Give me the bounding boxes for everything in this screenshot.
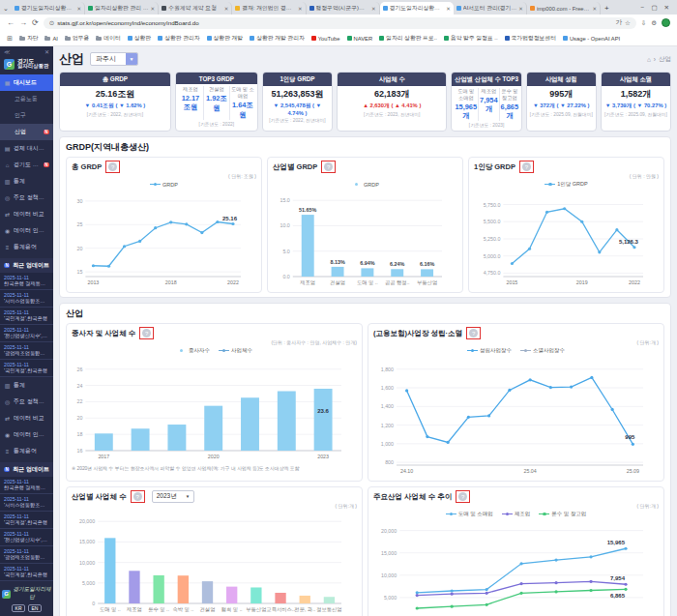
update-item[interactable]: 2025-11-11 '서비스업동향조사',통계청: [0, 290, 53, 308]
browser-tab[interactable]: AI서포터 관리(경기도일) ✕: [454, 2, 527, 15]
home-icon[interactable]: ⌂: [647, 56, 651, 63]
bookmark-item[interactable]: 음악 발주 일정표 ..: [444, 34, 498, 43]
sidebar-item[interactable]: ⇄ 데이터 비교: [0, 206, 53, 222]
apps-icon[interactable]: ⊞: [7, 35, 13, 43]
legend-item[interactable]: 제조업: [502, 511, 531, 517]
download-icon[interactable]: ⇩: [641, 19, 646, 27]
tab-close-icon[interactable]: ✕: [518, 6, 523, 12]
update-item[interactable]: 2025-11-11 '전산업생산지수',통계청: [0, 529, 53, 546]
sidebar-close-icon[interactable]: ✕: [44, 48, 49, 55]
sidebar-item[interactable]: ⇄ 데이터 비교: [0, 410, 53, 426]
close-window-icon[interactable]: ✕: [664, 4, 669, 12]
bookmark-star-icon[interactable]: ☆: [625, 19, 631, 27]
tab-close-icon[interactable]: ✕: [298, 6, 303, 12]
tune-icon[interactable]: ⊙: [49, 19, 54, 27]
legend-item[interactable]: 운수 및 창고업: [539, 511, 586, 517]
bookmark-item[interactable]: 상황판 개발 관리자: [250, 34, 305, 43]
sidebar-collapse-icon[interactable]: ≪: [4, 48, 10, 55]
sidebar-item[interactable]: 고용노동: [0, 91, 53, 107]
legend-item[interactable]: GRDP: [351, 182, 379, 188]
bookmark-item[interactable]: 일자리 상황판 프로..: [379, 34, 437, 43]
bookmark-item[interactable]: NAVER: [347, 36, 373, 42]
ei-chart[interactable]: 8001,0001,2001,4001,6001,80024.1025.0425…: [373, 355, 659, 478]
sidebar-item[interactable]: ▥ 통계: [0, 377, 53, 394]
grdp-per-capita-chart[interactable]: 4,750.05,000.05,250.05,500.05,750.020152…: [474, 189, 659, 289]
update-item[interactable]: 2025-11-11 '국민계정',한국은행: [0, 308, 53, 325]
reload-icon[interactable]: ⟳: [32, 18, 39, 27]
sidebar-item[interactable]: ≡ 통계용어: [0, 239, 53, 255]
update-item[interactable]: 2025-11-11 '국민계정',한국은행: [0, 564, 53, 581]
tab-close-icon[interactable]: ✕: [371, 6, 376, 12]
update-item[interactable]: 2025-11-11 '서비스업동향조사',통계청: [0, 494, 53, 512]
tab-close-icon[interactable]: ✕: [446, 6, 451, 12]
update-item[interactable]: 2025-11-11 '광업제조업동향조사',통계청: [0, 342, 53, 360]
bookmark-item[interactable]: AI: [44, 36, 57, 42]
help-icon[interactable]: ?: [522, 162, 531, 171]
sidebar-item[interactable]: ▦ 대시보드: [0, 74, 53, 91]
sidebar-item[interactable]: ◎ 주요 정책대상 규모: [0, 394, 53, 410]
sidebar-item[interactable]: ◎ 주요 정책대상 규모: [0, 190, 53, 206]
back-icon[interactable]: ←: [7, 18, 15, 27]
browser-tab[interactable]: 결재: 개인법인 경기도 ✕: [232, 2, 306, 15]
extensions-icon[interactable]: ⚙: [651, 19, 657, 27]
legend-item[interactable]: 종사자수: [176, 347, 210, 354]
bookmark-item[interactable]: Usage - OpenAI API: [563, 36, 620, 42]
legend-item[interactable]: 사업체수: [219, 347, 252, 354]
bookmark-item[interactable]: YouTube: [311, 36, 340, 42]
help-icon[interactable]: ?: [142, 329, 151, 337]
update-item[interactable]: 2025-11-11 한국은행 경제통계시스템(EC..: [0, 477, 53, 494]
tab-close-icon[interactable]: ✕: [76, 6, 81, 12]
browser-tab[interactable]: 경기도일자리상황판(경기 ✕: [12, 2, 85, 15]
update-item[interactable]: 2025-11-11 '광업제조업동향조사',통계청: [0, 546, 53, 564]
bookmark-item[interactable]: 상황판 관리자: [158, 34, 199, 43]
forward-icon[interactable]: →: [19, 18, 27, 27]
new-tab-button[interactable]: +: [604, 4, 609, 13]
sidebar-item[interactable]: ▥ 통계: [0, 173, 53, 190]
sidebar-item[interactable]: ◉ 데이터 인사이트: [0, 222, 53, 239]
update-item[interactable]: 2025-11-11 '국민계정',한국은행: [0, 512, 53, 529]
bookmark-item[interactable]: 국가법령정보센터: [505, 34, 556, 43]
bookmark-item[interactable]: 데이터: [96, 34, 120, 43]
sidebar-item[interactable]: ⌂ 경기도 산업단지 N: [0, 157, 53, 173]
help-icon[interactable]: ?: [324, 162, 333, 171]
bookmark-item[interactable]: 자단: [19, 34, 39, 43]
sidebar-item[interactable]: ▤ 경제 대시보드: [0, 140, 53, 157]
update-item[interactable]: 2025-11-11 '국민계정',한국은행: [0, 360, 53, 377]
app-logo[interactable]: G 경기도 일자리상황판: [0, 57, 53, 74]
bookmark-item[interactable]: 업무용: [65, 34, 89, 43]
help-icon[interactable]: ?: [458, 492, 467, 501]
legend-item[interactable]: GRDP: [150, 182, 178, 188]
tab-search-icon[interactable]: ⌄: [3, 5, 9, 13]
address-bar[interactable]: ⊙ stats.gjf.or.kr/open/economyInd/econom…: [44, 17, 636, 29]
tab-close-icon[interactable]: ✕: [224, 6, 229, 12]
tab-close-icon[interactable]: ✕: [593, 6, 598, 12]
update-item[interactable]: 2025-11-11 '전산업생산지수',통계청: [0, 325, 53, 342]
profile-avatar[interactable]: [662, 18, 670, 27]
browser-tab[interactable]: 경기도일자리상황판(경기 ✕: [380, 2, 454, 15]
maximize-icon[interactable]: ▢: [651, 4, 657, 12]
minimize-icon[interactable]: −: [641, 4, 645, 12]
browser-tab[interactable]: 일자리상황판 관리 협업 ✕: [85, 2, 159, 15]
by-industry-chart[interactable]: 05,00010,00015,00020,000도매 및 ..제조업운수 및 .…: [72, 510, 357, 616]
update-item[interactable]: 2025-11-11 한국은행 경제통계시스템(EC..: [0, 273, 53, 290]
sidebar-item[interactable]: 산업 N: [0, 124, 53, 140]
legend-item[interactable]: 성립사업장수: [467, 347, 512, 354]
help-icon[interactable]: ?: [469, 329, 478, 337]
sidebar-item[interactable]: 인구: [0, 107, 53, 124]
year-select[interactable]: 2023년 ▼: [152, 490, 194, 503]
legend-item[interactable]: 소멸사업장수: [520, 347, 565, 354]
major-trend-chart[interactable]: 05,00010,00015,00020,00020172020202315,9…: [373, 518, 659, 616]
browser-tab[interactable]: 수원계약 계약 요청 ✕: [159, 2, 232, 15]
translate-icon[interactable]: 가: [615, 18, 622, 27]
sidebar-item[interactable]: ◉ 데이터 인사이트: [0, 426, 53, 443]
bookmark-item[interactable]: 상황판 개발: [207, 34, 244, 43]
legend-item[interactable]: 도매 및 소매업: [446, 511, 493, 517]
legend-item[interactable]: 1인당 GRDP: [545, 181, 587, 188]
sidebar-item[interactable]: ≡ 통계용어: [0, 443, 53, 459]
lang-en-button[interactable]: EN: [28, 604, 42, 612]
total-grdp-chart[interactable]: 1520253020132018202225.16: [72, 189, 256, 289]
tab-close-icon[interactable]: ✕: [151, 6, 156, 12]
grdp-by-industry-chart[interactable]: 0.05.010.015.0제조업건설업도매 및 ..공공 행정..부동산업51…: [273, 189, 457, 289]
bookmark-item[interactable]: 상황판: [128, 34, 151, 43]
workers-chart[interactable]: 16182022242620172020202323.6: [72, 355, 357, 463]
